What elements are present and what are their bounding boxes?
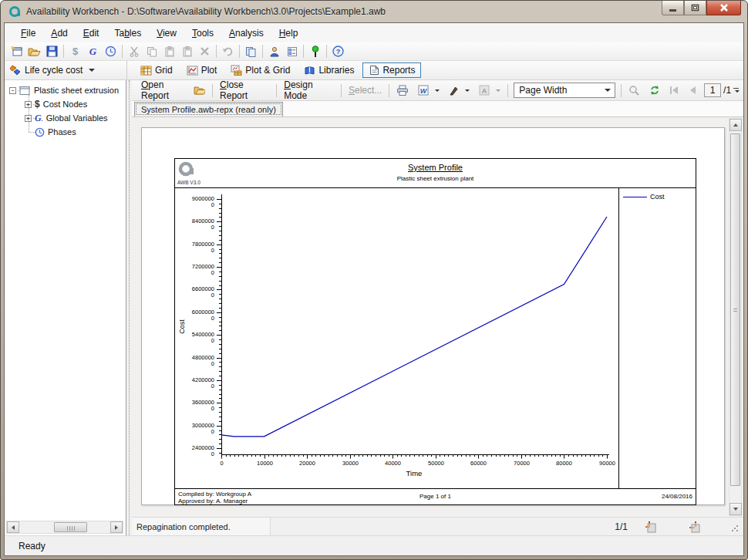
tab-grid[interactable]: Grid [135, 63, 178, 77]
tab-plot[interactable]: Plot [181, 63, 223, 77]
open-project-button[interactable] [25, 43, 43, 59]
scrollbar-thumb[interactable] [54, 522, 88, 532]
tab-reports[interactable]: Reports [362, 62, 421, 78]
panel-splitter[interactable] [126, 80, 132, 535]
close-button[interactable] [706, 1, 741, 15]
tree-item-project-root[interactable]: - Plastic sheet extrusion [9, 83, 119, 97]
user-button[interactable] [265, 43, 283, 59]
scrollbar-thumb[interactable] [730, 133, 740, 486]
delete-x-icon [200, 46, 210, 56]
export-word-button[interactable]: W [413, 83, 444, 98]
status-light-button[interactable] [306, 43, 324, 59]
report-header: AWB V3.0 System Profile Plastic sheet ex… [175, 159, 696, 188]
resize-grip[interactable] [731, 525, 739, 532]
tab-libraries[interactable]: Libraries [298, 63, 359, 77]
report-vertical-scrollbar[interactable] [729, 118, 742, 516]
phases-button[interactable] [102, 43, 120, 59]
paste-button[interactable] [160, 43, 178, 59]
main-toolbar: $ G [5, 42, 743, 61]
tree-item-cost-nodes[interactable]: + $ Cost Nodes [25, 97, 87, 111]
previous-page-button [684, 83, 702, 97]
chevron-down-icon [465, 89, 470, 92]
menu-tables[interactable]: Tables [107, 25, 148, 41]
cut-button[interactable] [125, 43, 143, 59]
svg-text:A: A [482, 87, 487, 95]
toolbar-separator [212, 84, 213, 97]
toolbar-separator [63, 45, 64, 58]
print-button[interactable] [392, 83, 413, 98]
undo-icon [222, 46, 234, 57]
checklist-button[interactable] [283, 43, 301, 59]
save-button[interactable] [43, 43, 61, 59]
cost-nodes-button[interactable]: $ [66, 43, 84, 59]
new-project-button[interactable] [8, 43, 25, 59]
zoom-mode-combobox[interactable]: Page Width [514, 83, 615, 98]
menu-help[interactable]: Help [272, 25, 305, 41]
svg-text:10000: 10000 [257, 460, 273, 467]
menu-tools[interactable]: Tools [185, 25, 221, 41]
toolbar-separator [341, 84, 342, 97]
project-icon [19, 86, 31, 96]
status-light-icon [312, 46, 319, 58]
toolbar-overflow-button[interactable] [731, 83, 740, 97]
select-button: Select... [344, 83, 386, 98]
module-selector-label: Life cycle cost [25, 65, 83, 76]
paste-special-button[interactable] [178, 43, 196, 59]
menu-edit[interactable]: Edit [76, 25, 106, 41]
report-footer: Compiled by: Workgroup A Approved by: A.… [175, 488, 696, 504]
tree-item-phases[interactable]: Phases [25, 125, 76, 139]
zoom-widget-icon[interactable] [645, 521, 657, 533]
help-button[interactable]: ? [329, 43, 347, 59]
tree-expander-expand[interactable]: + [25, 101, 32, 108]
help-icon: ? [332, 46, 344, 57]
grid-icon [140, 66, 152, 76]
menu-analysis[interactable]: Analysis [222, 25, 271, 41]
export-pen-button[interactable] [444, 83, 474, 98]
toolbar-separator [303, 45, 304, 58]
svg-text:54000000: 54000000 [192, 331, 214, 344]
svg-text:60000000: 60000000 [192, 309, 214, 322]
design-mode-button[interactable]: Design Mode [279, 77, 339, 103]
svg-text:66000000: 66000000 [192, 285, 214, 299]
report-page: AWB V3.0 System Profile Plastic sheet ex… [141, 127, 725, 505]
minimize-button[interactable] [662, 1, 684, 15]
scroll-up-button[interactable] [729, 119, 742, 131]
legend-item-cost: Cost [623, 193, 665, 201]
scroll-left-button[interactable] [7, 521, 19, 533]
close-report-button[interactable]: Close Report [215, 77, 274, 103]
menu-file[interactable]: File [14, 25, 42, 41]
restore-button[interactable] [684, 1, 706, 15]
menu-view[interactable]: View [150, 25, 184, 41]
svg-text:60000: 60000 [470, 460, 487, 467]
scroll-down-button[interactable] [729, 503, 742, 515]
chevron-down-icon [605, 89, 611, 92]
refresh-button[interactable] [645, 83, 665, 98]
open-report-button[interactable]: Open Report [136, 77, 210, 103]
svg-text:30000: 30000 [342, 460, 359, 467]
report-document-tab[interactable]: System Profile.awb-repx (read only) [134, 102, 283, 116]
page-number-input[interactable]: 1 [704, 83, 721, 97]
legend-label: Cost [650, 193, 665, 201]
copy-button[interactable] [143, 43, 160, 59]
toolbar-separator [122, 45, 123, 58]
tree-item-global-variables[interactable]: + G. Global Variables [25, 111, 108, 125]
module-selector[interactable]: Life cycle cost [5, 65, 126, 76]
delete-button[interactable] [196, 43, 214, 59]
svg-text:20000: 20000 [299, 460, 315, 467]
window-title: Availability Workbench - D:\Software\Ava… [26, 6, 386, 17]
tree-expander-expand[interactable]: + [25, 115, 32, 122]
zoom-widget-icon[interactable] [689, 521, 701, 533]
tree-horizontal-scrollbar[interactable] [6, 521, 123, 534]
app-statusbar: Ready [5, 535, 743, 555]
copy-grid-button[interactable] [242, 43, 260, 59]
life-cycle-cost-icon [9, 65, 21, 76]
open-folder-icon [194, 85, 205, 96]
undo-button[interactable] [219, 43, 237, 59]
menu-add[interactable]: Add [44, 25, 74, 41]
tab-plot-and-grid[interactable]: Plot & Grid [225, 63, 295, 77]
plot-grid-icon [231, 65, 242, 76]
global-variables-button[interactable]: G [84, 43, 102, 59]
report-date-label: 24/08/2016 [662, 493, 692, 500]
scroll-right-button[interactable] [110, 521, 123, 533]
tree-expander-collapse[interactable]: - [9, 87, 16, 94]
